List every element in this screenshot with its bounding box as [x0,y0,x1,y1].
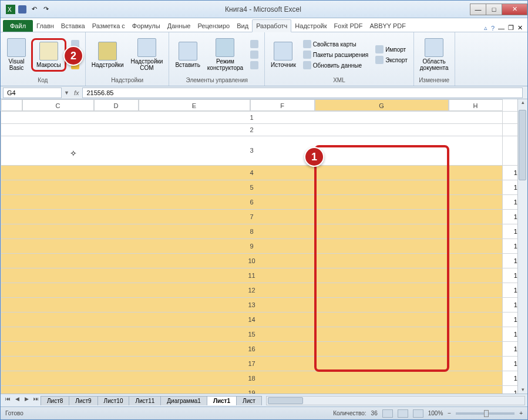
row-header[interactable]: 11 [1,268,503,283]
insert-controls-button[interactable]: Вставить [173,41,202,69]
tab-layout[interactable]: Разметка с [89,20,129,32]
row-header[interactable]: 18 [1,371,503,385]
cell[interactable]: 1969 [503,297,518,312]
tab-home[interactable]: Главн [33,20,58,32]
close-button[interactable]: ✕ [502,4,527,15]
cell[interactable]: 1973 [503,356,518,371]
map-properties-button[interactable]: Свойства карты [301,39,371,49]
minimize-button[interactable]: — [470,4,486,15]
row-header[interactable]: 19 [1,385,503,394]
tab-foxit[interactable]: Foxit PDF [331,20,366,32]
row-header[interactable]: 7 [1,209,503,224]
sheet-nav-first-icon[interactable]: ⏮ [3,396,12,405]
sheet-tab[interactable]: Лист11 [129,396,161,405]
row-header[interactable]: 5 [1,180,503,194]
design-mode-button[interactable]: Режим конструктора [205,37,245,72]
scroll-thumb[interactable] [519,110,526,180]
undo-icon[interactable]: ↶ [29,4,39,15]
sheet-tab[interactable]: Лист10 [97,396,130,405]
zoom-slider[interactable] [456,412,514,415]
row-header[interactable]: 6 [1,194,503,209]
cell[interactable]: 1985 [503,253,518,268]
cell[interactable]: 1973 [503,180,518,194]
run-dialog-button[interactable] [248,61,261,70]
record-macro-button[interactable] [69,39,82,49]
redo-icon[interactable]: ↷ [41,4,51,15]
col-header-h[interactable]: H [449,99,503,111]
com-addins-button[interactable]: Надстройки COM [129,37,166,72]
help-icon[interactable]: ? [491,25,495,32]
cell[interactable]: 1978 [503,283,518,297]
row-header[interactable]: 3 [1,136,503,166]
row-header[interactable]: 1 [1,112,503,124]
cell[interactable]: 1978 [503,194,518,209]
view-layout-button[interactable] [398,409,408,418]
cell[interactable]: 1987 [503,224,518,238]
source-button[interactable]: Источник [268,41,298,69]
document-panel-button[interactable]: Область документа [418,37,451,72]
macro-security-button[interactable] [69,61,82,70]
export-button[interactable]: Экспорт [373,55,410,65]
scroll-thumb[interactable] [268,397,303,404]
formula-bar[interactable]: 21556.85 [82,88,523,98]
sheet-nav-prev-icon[interactable]: ◀ [12,396,22,405]
cell[interactable]: 1985 [503,341,518,356]
relative-refs-button[interactable] [69,50,82,59]
tab-formulas[interactable]: Формулы [129,20,164,32]
addins-button[interactable]: Надстройки [89,41,126,69]
tab-abbyy[interactable]: ABBYY PDF [366,20,409,32]
refresh-data-button[interactable]: Обновить данные [301,61,371,70]
name-box[interactable]: G4 [3,88,62,98]
zoom-out-button[interactable]: − [448,410,451,416]
sheet-nav-last-icon[interactable]: ⏭ [31,396,41,405]
cell[interactable]: 1969 [503,209,518,224]
minimize-ribbon-icon[interactable]: ▵ [484,24,487,32]
view-normal-button[interactable] [382,409,393,418]
select-all-corner[interactable] [1,99,22,111]
cell[interactable]: 1978 [503,371,518,385]
namebox-dropdown-icon[interactable]: ▼ [64,90,69,96]
cell[interactable]: 1987 [503,312,518,327]
cell[interactable]: 1969 [503,385,518,394]
row-header[interactable]: 2 [1,124,503,136]
col-header-c[interactable]: C [22,99,94,111]
spreadsheet-grid[interactable]: C D E F G H 1 2 3 Дата рождения Пол Кате… [1,99,517,394]
window-restore-icon[interactable]: ❐ [508,24,514,32]
row-header[interactable]: 15 [1,327,503,341]
macros-button[interactable]: Макросы [34,41,63,69]
cell[interactable]: 1973 [503,268,518,283]
sheet-tab[interactable]: Лист9 [69,396,97,405]
cell[interactable]: 1985 [503,165,518,180]
window-minimize-icon[interactable]: — [498,25,505,32]
row-header[interactable]: 14 [1,312,503,327]
expansion-packs-button[interactable]: Пакеты расширения [301,50,371,59]
sheet-tab[interactable]: Диаграмма1 [160,396,207,405]
tab-data[interactable]: Данные [164,20,194,32]
view-break-button[interactable] [413,409,423,418]
import-button[interactable]: Импорт [373,45,410,54]
row-header[interactable]: 16 [1,341,503,356]
tab-file[interactable]: Файл [3,20,33,32]
tab-addins[interactable]: Надстройк [291,20,330,32]
sheet-tab[interactable]: Лист8 [41,396,69,405]
col-header-f[interactable]: F [250,99,315,111]
cell[interactable]: 1981 [503,327,518,341]
col-header-d[interactable]: D [94,99,139,111]
row-header[interactable]: 8 [1,224,503,238]
sheet-nav-next-icon[interactable]: ▶ [22,396,31,405]
view-code-button[interactable] [248,50,261,59]
tab-review[interactable]: Рецензиро [194,20,233,32]
properties-button[interactable] [248,39,261,49]
save-icon[interactable] [17,4,28,15]
zoom-in-button[interactable]: + [519,410,523,416]
col-header-e[interactable]: E [139,99,250,111]
cell[interactable]: 1981 [503,238,518,253]
col-header-g[interactable]: G [315,99,449,111]
row-header[interactable]: 4 [1,165,503,180]
row-header[interactable]: 12 [1,283,503,297]
tab-insert[interactable]: Вставка [58,20,89,32]
horizontal-scrollbar[interactable] [266,396,525,405]
tab-developer[interactable]: Разработч [252,19,291,32]
maximize-button[interactable]: □ [486,4,502,15]
row-header[interactable]: 13 [1,297,503,312]
